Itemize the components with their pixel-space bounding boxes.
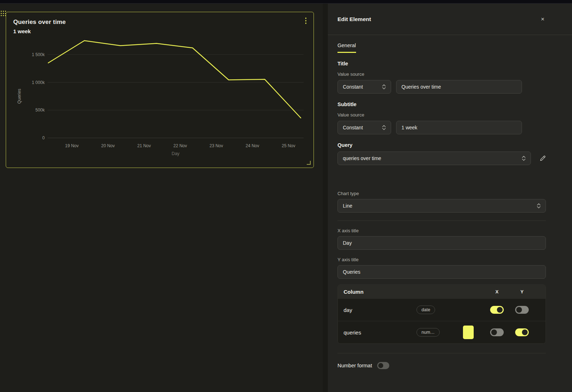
svg-text:Queries: Queries (17, 89, 22, 104)
svg-text:24 Nov: 24 Nov (246, 143, 259, 148)
svg-text:1 500k: 1 500k (32, 52, 45, 57)
type-badge: date (416, 306, 435, 314)
query-section-heading: Query (337, 142, 546, 148)
title-text-input[interactable]: Queries over time (396, 80, 522, 94)
column-name: queries (338, 329, 416, 336)
subtitle-section-heading: Subtitle (337, 101, 546, 107)
chart-type-label: Chart type (337, 191, 546, 196)
column-header: Column (338, 289, 416, 295)
type-badge: num… (416, 328, 440, 337)
subtitle-text-input[interactable]: 1 week (396, 121, 522, 134)
chart-card[interactable]: Queries over time 1 week 0500k1 000k1 50… (6, 12, 314, 168)
chart-type-value: Line (343, 203, 352, 209)
subtitle-value-source-label: Value source (337, 112, 546, 118)
subtitle-source-select[interactable]: Constant (337, 121, 391, 134)
query-select[interactable]: queries over time (337, 152, 531, 165)
subtitle-source-value: Constant (343, 125, 363, 130)
chart-type-select[interactable]: Line (337, 199, 546, 213)
x-toggle-day[interactable] (490, 306, 504, 314)
y-header: Y (509, 289, 534, 294)
title-section-heading: Title (337, 61, 546, 66)
y-axis-title-label: Y axis title (337, 257, 546, 262)
columns-table: Column X Y day date queries num… (337, 284, 546, 344)
title-source-value: Constant (343, 84, 363, 90)
columns-table-header: Column X Y (338, 285, 546, 298)
series-color-swatch[interactable] (463, 326, 474, 339)
edit-element-panel: Edit Element × General Title Value sourc… (323, 4, 572, 392)
table-row-queries: queries num… (338, 321, 546, 343)
dashboard-canvas: Queries over time 1 week 0500k1 000k1 50… (0, 4, 323, 392)
title-source-select[interactable]: Constant (337, 80, 391, 94)
section-divider (337, 220, 546, 221)
x-toggle-queries[interactable] (490, 328, 504, 336)
x-axis-title-input[interactable]: Day (337, 236, 546, 250)
y-toggle-queries[interactable] (515, 328, 529, 336)
section-divider (337, 353, 546, 353)
svg-text:20 Nov: 20 Nov (101, 143, 115, 148)
x-header: X (484, 289, 509, 294)
column-name: day (338, 307, 416, 313)
number-format-label: Number format (337, 363, 372, 368)
panel-title: Edit Element (337, 16, 371, 23)
svg-text:23 Nov: 23 Nov (209, 143, 223, 148)
table-row-day: day date (338, 298, 546, 321)
line-chart: 0500k1 000k1 500k19 Nov20 Nov21 Nov22 No… (6, 12, 314, 168)
svg-text:1 000k: 1 000k (32, 80, 45, 85)
svg-text:500k: 500k (35, 108, 45, 113)
number-format-toggle[interactable] (377, 362, 389, 369)
svg-text:21 Nov: 21 Nov (137, 143, 151, 148)
chevron-updown-icon (537, 203, 541, 209)
close-icon[interactable]: × (539, 15, 546, 24)
title-value-source-label: Value source (337, 71, 546, 77)
y-toggle-day[interactable] (515, 306, 529, 314)
svg-text:25 Nov: 25 Nov (282, 143, 295, 148)
resize-handle-icon[interactable] (306, 160, 311, 165)
chevron-updown-icon (382, 84, 386, 90)
panel-header: Edit Element × (328, 4, 572, 35)
panel-tabs: General (337, 42, 546, 53)
chevron-updown-icon (382, 125, 386, 130)
tab-general[interactable]: General (337, 43, 356, 53)
svg-text:22 Nov: 22 Nov (173, 143, 187, 148)
drag-handle-icon[interactable] (1, 11, 6, 16)
svg-text:Day: Day (172, 151, 180, 156)
svg-text:0: 0 (42, 135, 45, 140)
top-bar (0, 0, 572, 4)
chevron-updown-icon (522, 155, 526, 161)
query-select-value: queries over time (343, 155, 381, 161)
y-axis-title-input[interactable]: Queries (337, 265, 546, 279)
svg-text:19 Nov: 19 Nov (65, 143, 79, 148)
x-axis-title-label: X axis title (337, 228, 546, 233)
edit-query-pencil-icon[interactable] (539, 155, 546, 162)
